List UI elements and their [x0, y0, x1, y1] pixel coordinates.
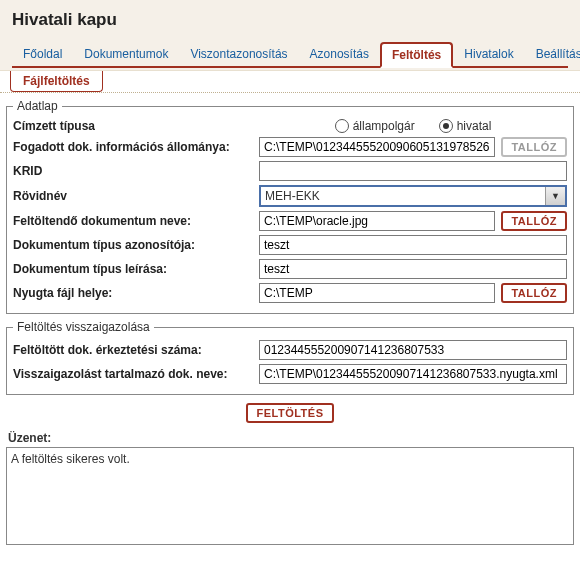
radio-icon — [335, 119, 349, 133]
label-visszadok: Visszaigazolást tartalmazó dok. neve: — [13, 367, 253, 381]
dropdown-text: MEH-EKK — [261, 187, 545, 205]
tab-azonositas[interactable]: Azonosítás — [299, 42, 380, 66]
input-erk[interactable] — [259, 340, 567, 360]
label-krid: KRID — [13, 164, 253, 178]
label-nyugta: Nyugta fájl helye: — [13, 286, 253, 300]
tab-feltoltes[interactable]: Feltöltés — [380, 42, 453, 68]
input-visszadok[interactable] — [259, 364, 567, 384]
browse-button-feltoltendo[interactable]: TALLÓZ — [501, 211, 567, 231]
fieldset-adatlap: Adatlap Címzett típusa állampolgár hivat… — [6, 99, 574, 314]
app-header: Hivatali kapu Főoldal Dokumentumok Viszo… — [0, 0, 580, 71]
legend-adatlap: Adatlap — [13, 99, 62, 113]
radio-dot-icon — [443, 123, 449, 129]
input-tipusaz[interactable] — [259, 235, 567, 255]
browse-button-fogadott: TALLÓZ — [501, 137, 567, 157]
tab-beallitasok[interactable]: Beállítások — [525, 42, 580, 66]
label-erk: Feltöltött dok. érkeztetési száma: — [13, 343, 253, 357]
label-cimzett: Címzett típusa — [13, 119, 253, 133]
radio-allampolgar[interactable]: állampolgár — [335, 119, 415, 133]
tab-viszontazonositas[interactable]: Viszontazonosítás — [179, 42, 298, 66]
subtab-fajlfeltoltes[interactable]: Fájlfeltöltés — [10, 71, 103, 92]
message-box: A feltöltés sikeres volt. — [6, 447, 574, 545]
radio-label: hivatal — [457, 119, 492, 133]
label-fogadott: Fogadott dok. információs állománya: — [13, 140, 253, 154]
dropdown-rovidnev[interactable]: MEH-EKK ▼ — [259, 185, 567, 207]
radio-group-cimzett: állampolgár hivatal — [259, 119, 567, 133]
content-area: Adatlap Címzett típusa állampolgár hivat… — [0, 93, 580, 551]
upload-button[interactable]: FELTÖLTÉS — [246, 403, 333, 423]
label-tipusleiras: Dokumentum típus leírása: — [13, 262, 253, 276]
tab-hivatalok[interactable]: Hivatalok — [453, 42, 524, 66]
radio-hivatal[interactable]: hivatal — [439, 119, 492, 133]
input-krid[interactable] — [259, 161, 567, 181]
message-text: A feltöltés sikeres volt. — [11, 452, 130, 466]
input-feltoltendo[interactable] — [259, 211, 495, 231]
input-tipusleiras[interactable] — [259, 259, 567, 279]
main-tabs: Főoldal Dokumentumok Viszontazonosítás A… — [12, 40, 568, 68]
label-feltoltendo: Feltöltendő dokumentum neve: — [13, 214, 253, 228]
input-fogadott[interactable] — [259, 137, 495, 157]
label-tipusaz: Dokumentum típus azonosítója: — [13, 238, 253, 252]
tab-dokumentumok[interactable]: Dokumentumok — [73, 42, 179, 66]
chevron-down-icon[interactable]: ▼ — [545, 187, 565, 205]
action-row: FELTÖLTÉS — [6, 403, 574, 423]
fieldset-vissza: Feltöltés visszaigazolása Feltöltött dok… — [6, 320, 574, 395]
label-rovidnev: Rövidnév — [13, 189, 253, 203]
tab-fooldal[interactable]: Főoldal — [12, 42, 73, 66]
radio-icon — [439, 119, 453, 133]
legend-vissza: Feltöltés visszaigazolása — [13, 320, 154, 334]
radio-label: állampolgár — [353, 119, 415, 133]
message-label: Üzenet: — [8, 431, 574, 445]
input-nyugta[interactable] — [259, 283, 495, 303]
browse-button-nyugta[interactable]: TALLÓZ — [501, 283, 567, 303]
app-title: Hivatali kapu — [12, 10, 568, 30]
subtab-row: Fájlfeltöltés — [0, 71, 580, 93]
